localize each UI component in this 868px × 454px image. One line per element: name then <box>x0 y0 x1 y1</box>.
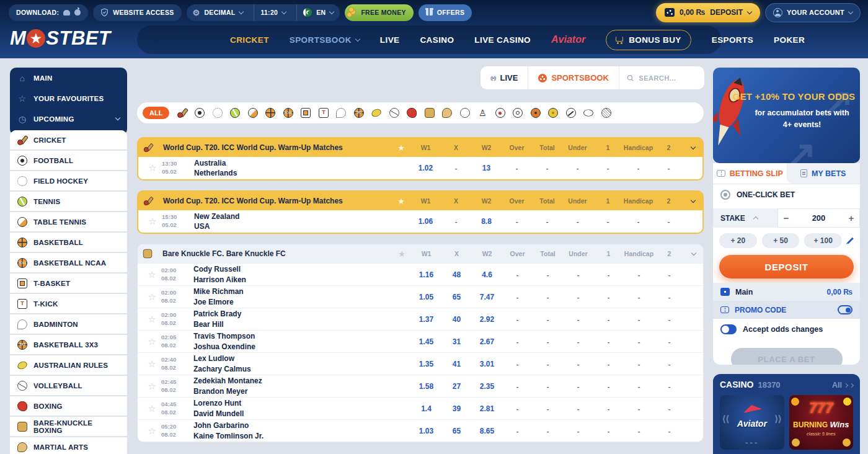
odds-cell[interactable]: 48 <box>441 270 472 279</box>
sidebar-item-basketball-3x3[interactable]: BASKETBALL 3X3 <box>10 335 127 355</box>
favorite-star[interactable]: ☆ <box>143 336 161 347</box>
odds-cell[interactable]: 7.47 <box>472 293 502 301</box>
odds-cell[interactable]: 1.4 <box>411 404 441 413</box>
rugby-icon[interactable] <box>601 108 611 118</box>
nav-live[interactable]: LIVE <box>380 35 400 45</box>
martial-arts-icon[interactable] <box>442 108 452 118</box>
collapse-chevron-icon[interactable] <box>684 147 702 149</box>
billiards-icon[interactable] <box>566 108 576 118</box>
nav-bonus-buy[interactable]: BONUS BUY <box>606 30 691 50</box>
favorite-star[interactable]: ☆ <box>143 292 161 303</box>
casino-all-link[interactable]: All <box>832 381 853 389</box>
nav-casino[interactable]: CASINO <box>420 35 454 45</box>
odds-cell[interactable]: 1.37 <box>411 315 441 324</box>
favorite-star[interactable]: ☆ <box>143 381 161 392</box>
favorite-star[interactable]: ☆ <box>143 269 161 280</box>
basketball-3x3-icon[interactable] <box>354 108 364 118</box>
sidebar-item-field-hockey[interactable]: FIELD HOCKEY <box>10 171 127 192</box>
sidebar-item-boxing[interactable]: BOXING <box>10 396 127 417</box>
search-input[interactable] <box>639 74 697 82</box>
sidebar-item-upcoming[interactable]: ◷ UPCOMING <box>10 109 127 129</box>
odds-cell[interactable]: 65 <box>441 427 472 435</box>
sidebar-item-main[interactable]: ⌂ MAIN <box>10 68 127 88</box>
odds-cell[interactable]: 65 <box>441 293 472 301</box>
stake-increase-button[interactable]: + <box>843 213 859 223</box>
quick-stake-button[interactable]: + 20 <box>719 233 757 248</box>
odds-cell[interactable]: 40 <box>441 315 472 324</box>
one-click-bet-toggle[interactable] <box>720 190 730 200</box>
nav-poker[interactable]: POKER <box>774 35 805 45</box>
odds-cell[interactable]: 8.8 <box>471 217 502 226</box>
australian-rules-icon[interactable] <box>371 107 383 118</box>
nav-cricket[interactable]: CRICKET <box>230 35 269 45</box>
match-row[interactable]: ☆13:3005.02AustraliaNetherlands1.02-13--… <box>138 157 702 179</box>
match-row[interactable]: ☆02:0508.02Travis ThompsonJoshua Oxendin… <box>138 330 703 352</box>
odds-cell[interactable]: 13 <box>471 164 502 172</box>
basketball-ncaa-icon[interactable] <box>283 108 293 118</box>
odds-cell[interactable]: 1.45 <box>411 337 441 346</box>
odds-cell[interactable]: 1.58 <box>411 382 441 391</box>
website-access-button[interactable]: WEBSITE ACCESS <box>93 4 181 21</box>
t-kick-icon[interactable] <box>319 108 329 118</box>
chess-icon[interactable] <box>477 108 487 118</box>
match-row[interactable]: ☆05:2008.02John GarbarinoKaine Tomlinson… <box>138 419 703 442</box>
odds-cell[interactable]: 39 <box>441 404 472 413</box>
favorite-star[interactable]: ☆ <box>143 216 162 227</box>
odds-cell[interactable]: 2.81 <box>472 404 502 413</box>
favorite-league-star[interactable]: ★ <box>392 249 411 259</box>
odds-cell[interactable]: 41 <box>441 360 472 368</box>
deposit-balance-button[interactable]: 0,00 ₨ DEPOSIT <box>656 3 760 22</box>
free-money-button[interactable]: FREE MONEY <box>345 4 413 21</box>
download-apps[interactable]: DOWNLOAD: <box>9 4 88 21</box>
your-account-button[interactable]: YOUR ACCOUNT <box>765 3 861 22</box>
odds-cell[interactable]: 2.92 <box>472 315 502 324</box>
deposit-button[interactable]: DEPOSIT <box>719 255 854 278</box>
casino-game-aviator[interactable]: ⟨⟨ ⟩⟩ Aviator ⌁⌁⌁ <box>720 395 784 450</box>
casino-game-burning-wins[interactable]: 777 BURNING Wins classic 5 lines <box>789 395 854 450</box>
tab-live[interactable]: ((•)) LIVE <box>480 66 528 89</box>
field-hockey-icon[interactable] <box>213 108 223 118</box>
sidebar-item-table-tennis[interactable]: TABLE TENNIS <box>10 212 127 233</box>
odds-cell[interactable]: 1.16 <box>411 270 441 279</box>
edit-stake-pencil-icon[interactable] <box>847 238 854 244</box>
favorite-league-star[interactable]: ★ <box>392 143 410 153</box>
promo-code-toggle[interactable] <box>838 305 852 314</box>
favorite-star[interactable]: ☆ <box>143 403 161 414</box>
odds-cell[interactable]: 4.6 <box>472 270 502 279</box>
sidebar-item-t-kick[interactable]: T-KICK <box>10 294 127 314</box>
tennis-icon[interactable] <box>230 108 240 118</box>
favorite-star[interactable]: ☆ <box>143 425 161 437</box>
table-tennis-icon[interactable] <box>248 108 258 118</box>
stake-input[interactable] <box>794 213 843 223</box>
odds-cell[interactable]: 2.35 <box>472 382 502 391</box>
nav-aviator[interactable]: Aviator <box>551 34 585 45</box>
cycling-icon[interactable] <box>513 108 523 118</box>
time-select[interactable]: 11:20 <box>254 4 292 21</box>
quick-stake-button[interactable]: + 50 <box>762 233 800 248</box>
sidebar-item-cricket[interactable]: CRICKET <box>10 130 127 151</box>
odds-cell[interactable]: 31 <box>441 337 472 346</box>
sidebar-item-badminton[interactable]: BADMINTON <box>10 314 127 335</box>
language-select[interactable]: EN <box>296 4 340 21</box>
sidebar-item-volleyball[interactable]: VOLLEYBALL <box>10 376 127 396</box>
odds-cell[interactable]: 1.35 <box>411 360 441 368</box>
handball-icon[interactable] <box>548 108 558 118</box>
nav-live-casino[interactable]: LIVE CASINO <box>474 35 531 45</box>
nav-sportsbook[interactable]: SPORTSBOOK <box>290 35 360 45</box>
quick-stake-button[interactable]: + 100 <box>804 233 842 248</box>
basketball-icon[interactable] <box>265 108 275 118</box>
match-row[interactable]: ☆02:4008.02Lex LudlowZachary Calmus1.354… <box>138 352 703 375</box>
odds-cell[interactable]: 1.06 <box>410 217 441 226</box>
filter-all-button[interactable]: ALL <box>143 107 169 119</box>
odds-cell[interactable]: 1.03 <box>411 427 441 435</box>
baseball-icon[interactable] <box>460 108 470 118</box>
collapse-chevron-icon[interactable] <box>684 200 702 202</box>
match-row[interactable]: ☆02:0008.02Cody RussellHarrison Aiken1.1… <box>138 263 703 285</box>
volleyball-icon[interactable] <box>389 108 399 118</box>
badminton-icon[interactable] <box>336 108 346 118</box>
cricket-icon[interactable] <box>177 108 187 118</box>
odds-format-select[interactable]: ⚙ DECIMAL <box>187 4 250 21</box>
match-row[interactable]: ☆02:0008.02Patrick BradyBear Hill1.37402… <box>138 308 703 330</box>
offers-button[interactable]: OFFERS <box>418 4 472 21</box>
chevron-up-icon[interactable] <box>753 216 758 221</box>
